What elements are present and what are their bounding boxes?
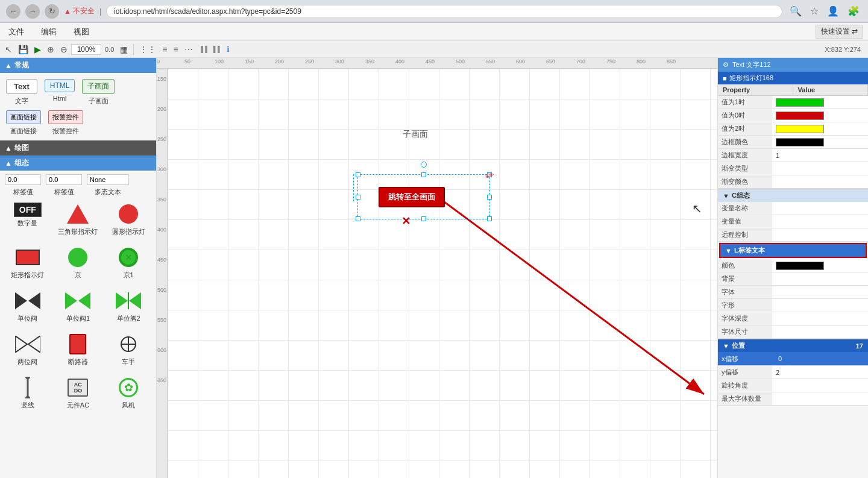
handle-tl[interactable] [356,172,360,177]
comp-multistate[interactable]: 多态文本 [87,174,129,197]
prop-value-gradient-color[interactable] [772,175,868,189]
comp-label-val1[interactable]: 标签值 [5,174,41,197]
url-bar[interactable]: iot.idosp.net/html/scada/editor.aspx.htm… [106,5,782,18]
prop-value-val0[interactable] [772,109,868,122]
section-drawing[interactable]: ▲ 绘图 [0,140,156,156]
alarm-ctrl-btn[interactable]: 报警控件 [48,110,83,124]
comp-subscreen[interactable]: 子画面 子画面 [82,79,115,105]
section-position[interactable]: ▼ 位置 17 [718,339,868,352]
comp-handwheel[interactable]: 车手 [105,333,151,366]
comp-triangle[interactable]: 三角形指示灯 [55,203,101,236]
color-swatch-label-color[interactable] [776,262,824,270]
comp-jing[interactable]: 京 [55,246,101,280]
canvas-grid[interactable]: 子画面 [168,69,717,478]
comp-breaker[interactable]: 断路器 [55,333,101,366]
canvas-red-button[interactable]: 跳转至全画面 [379,187,445,207]
grid-btn[interactable]: ▦ [118,43,130,55]
multistate-input[interactable] [87,174,129,185]
refresh-button[interactable]: ↻ [45,4,59,19]
comp-rect-indicator[interactable]: 矩形指示灯 [5,246,51,280]
comp-circle[interactable]: 圆形指示灯 [105,203,151,236]
comp-alarm-ctrl[interactable]: 报警控件 报警控件 [48,110,83,136]
minus-btn[interactable]: ⊖ [58,43,70,55]
handle-bc[interactable] [421,216,426,221]
section-c-state[interactable]: ▼ C组态 [718,189,868,202]
search-icon[interactable]: 🔍 [787,4,804,18]
canvas-area[interactable]: 0 50 100 150 200 250 300 350 400 450 500… [157,58,717,478]
comp-butterfly[interactable]: 两位阀 [5,333,51,366]
color-swatch-yellow[interactable] [776,125,824,133]
comp-text[interactable]: Text 文字 [6,79,37,105]
comp-valve2[interactable]: 单位阀1 [55,289,101,323]
prop-value-rotation[interactable] [772,379,868,392]
comp-valve1[interactable]: 单位阀 [5,289,51,323]
prop-value-x-offset[interactable] [772,352,868,366]
profile-icon[interactable]: 👤 [825,4,841,18]
extensions-icon[interactable]: 🧩 [845,4,862,18]
prop-value-var-name[interactable] [772,202,868,215]
prop-value-val1[interactable] [772,96,868,109]
prop-value-color[interactable] [772,259,868,272]
comp-valve3[interactable]: 单位阀2 [105,289,151,323]
align-right[interactable]: ≡ [171,43,180,55]
prop-value-border-color[interactable] [772,136,868,149]
menu-view[interactable]: 视图 [70,25,93,39]
section-l-label[interactable]: ▼ L标签文本 [719,243,867,258]
prop-value-font-depth[interactable] [772,312,868,325]
prop-value-y-offset[interactable]: 2 [772,366,868,379]
edit-x-icon[interactable]: ✕ [401,215,410,228]
rotation-handle[interactable] [421,162,427,168]
circle-icon [119,204,138,224]
comp-html[interactable]: HTML Html [45,79,75,105]
comp-label-val2[interactable]: 标签值 [46,174,82,197]
prop-value-bg[interactable] [772,272,868,286]
prop-value-max-font[interactable] [772,392,868,406]
menu-file[interactable]: 文件 [5,25,28,39]
color-swatch-green[interactable] [776,98,824,107]
back-button[interactable]: ← [6,4,20,19]
section-state[interactable]: ▲ 组态 [0,156,156,171]
add-btn[interactable]: ⊕ [45,43,57,55]
handle-br[interactable] [487,216,492,221]
prop-value-font-size[interactable] [772,325,868,339]
forward-button[interactable]: → [25,4,40,19]
subscreen-btn[interactable]: 子画面 [82,79,115,94]
prop-value-border-width[interactable]: 1 [772,149,868,162]
label-val2-input[interactable] [46,174,82,185]
handle-mr[interactable] [487,195,492,200]
comp-fan[interactable]: 风机 [105,376,151,410]
comp-vertical[interactable]: 竖线 [5,376,51,410]
comp-digital[interactable]: OFF 数字量 [5,203,51,236]
prop-value-gradient-type[interactable] [772,162,868,175]
play-btn[interactable]: ▶ [32,43,43,55]
bookmark-icon[interactable]: ☆ [808,4,821,18]
color-swatch-black-border[interactable] [776,138,824,146]
handle-bl[interactable] [356,216,360,221]
prop-value-remote-ctrl[interactable] [772,228,868,242]
quick-settings-btn[interactable]: 快速设置 ⇄ [816,25,863,39]
save-btn[interactable]: 💾 [16,43,31,55]
comp-ac[interactable]: ACDO 元件AC [55,376,101,410]
prop-value-font-style[interactable] [772,299,868,312]
settings-icon: ⚙ [723,61,729,69]
handle-ml[interactable] [356,195,360,200]
handle-tc[interactable] [421,172,426,177]
align-left[interactable]: ⋮⋮ [137,43,159,55]
color-swatch-red[interactable] [776,112,824,120]
valve3-icon [116,292,141,309]
x-offset-input[interactable] [776,354,824,363]
select-tool[interactable]: ↖ [2,43,14,55]
comp-jing1[interactable]: 京1 [105,246,151,280]
prop-value-font[interactable] [772,286,868,299]
screen-link-btn[interactable]: 画面链接 [6,110,41,124]
menu-edit[interactable]: 编辑 [37,25,60,39]
prop-value-var-val[interactable] [772,215,868,228]
more-tools[interactable]: ⋯ [182,43,195,55]
text-btn[interactable]: Text [6,79,37,94]
comp-screen-link[interactable]: 画面链接 画面链接 [6,110,41,136]
align-center[interactable]: ≡ [160,43,169,55]
label-val1-input[interactable] [5,174,41,185]
html-btn[interactable]: HTML [45,79,75,92]
prop-value-val2[interactable] [772,122,868,136]
section-normal[interactable]: ▲ 常规 [0,58,156,73]
